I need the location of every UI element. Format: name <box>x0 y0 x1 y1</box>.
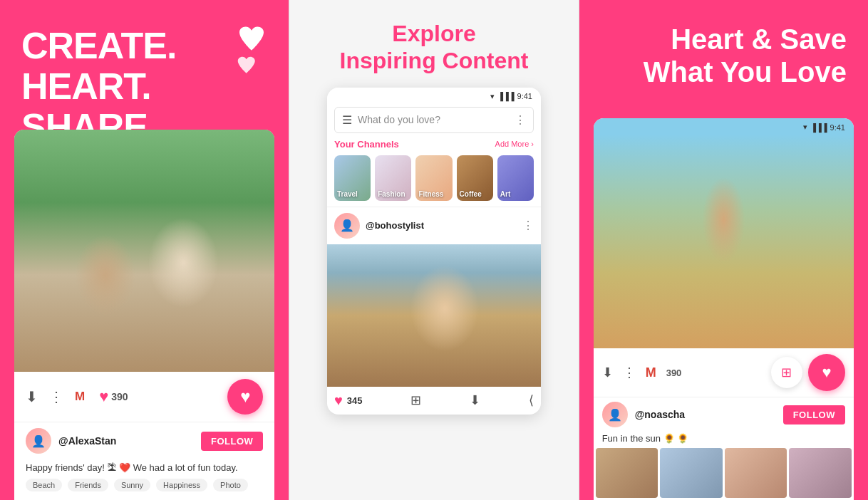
mid-headline-line1: Explore <box>304 20 564 47</box>
heart-count: ♥ 390 <box>99 387 128 406</box>
right-fab-area: ⊞ ♥ <box>771 354 845 391</box>
mid-headline: Explore Inspiring Content <box>289 0 578 88</box>
mid-post-photo <box>327 244 541 387</box>
channels-title: Your Channels <box>334 139 399 150</box>
right-status-time: 9:41 <box>830 123 845 132</box>
right-status-bar: ▾ ▐▐▐ 9:41 <box>594 118 854 135</box>
left-tags: Beach Friends Sunny Happiness Photo <box>14 479 274 500</box>
left-panel: CREATE. HEART. SHARE. ⬇ ⋮ M ♥ 390 ♥ 👤 <box>0 0 289 500</box>
left-post-photo <box>14 130 274 372</box>
right-user-row: 👤 @noascha FOLLOW <box>594 397 854 432</box>
right-panel: Heart & Save What You Love ▾ ▐▐▐ 9:41 ⬇ … <box>579 0 868 500</box>
mid-share-icon[interactable]: ⟨ <box>529 392 534 408</box>
add-more-link[interactable]: Add More › <box>495 140 534 148</box>
status-time: 9:41 <box>517 92 532 100</box>
channel-travel-label: Travel <box>337 190 358 198</box>
channel-coffee-label: Coffee <box>460 190 482 198</box>
heart-float-button[interactable]: ♥ <box>227 379 263 415</box>
channel-art-label: Art <box>500 190 510 198</box>
right-collage-icon: ⊞ <box>781 365 792 380</box>
left-username: @AlexaStan <box>58 435 194 447</box>
heart-decoration <box>210 14 274 88</box>
right-phone-card: ▾ ▐▐▐ 9:41 ⬇ ⋮ M 390 ⊞ ♥ <box>594 118 854 500</box>
right-grid-thumbs <box>594 448 854 500</box>
mail-icon[interactable]: M <box>75 390 85 404</box>
right-download-icon[interactable]: ⬇ <box>602 365 613 380</box>
tag-happiness[interactable]: Happiness <box>156 479 207 491</box>
right-heart-count: 390 <box>666 368 682 378</box>
right-signal-icon: ▐▐▐ <box>810 123 827 132</box>
wifi-icon: ▾ <box>490 92 495 101</box>
right-headline-line1: Heart & Save <box>601 23 847 56</box>
channels-row: Travel Fashion Fitness Coffee Art <box>334 155 534 201</box>
channel-fitness-label: Fitness <box>418 190 443 198</box>
left-avatar: 👤 <box>26 428 51 454</box>
right-mail-icon[interactable]: M <box>646 365 656 380</box>
mid-post-menu-icon[interactable]: ⋮ <box>522 219 534 232</box>
left-follow-button[interactable]: FOLLOW <box>201 432 263 451</box>
mid-post-avatar: 👤 <box>334 213 360 239</box>
signal-icon: ▐▐▐ <box>497 92 514 100</box>
channels-header: Your Channels Add More › <box>334 139 534 150</box>
right-action-bar: ⬇ ⋮ M 390 ⊞ ♥ <box>594 348 854 397</box>
right-heart-float-button[interactable]: ♥ <box>808 354 845 391</box>
channel-art[interactable]: Art <box>497 155 534 201</box>
mid-grid-icon[interactable]: ⊞ <box>410 392 421 408</box>
mid-status-bar: ▾ ▐▐▐ 9:41 <box>327 88 541 104</box>
right-wifi-icon: ▾ <box>803 123 807 132</box>
search-placeholder[interactable]: What do you love? <box>358 114 509 125</box>
heart-float-icon: ♥ <box>240 387 250 407</box>
mid-phone-frame: ▾ ▐▐▐ 9:41 ☰ What do you love? ⋮ Your Ch… <box>327 88 541 415</box>
download-icon[interactable]: ⬇ <box>26 388 38 405</box>
right-caption: Fun in the sun 🌻 🌻 <box>594 432 854 448</box>
right-heart-float-icon: ♥ <box>822 363 831 382</box>
hamburger-icon: ☰ <box>342 113 352 127</box>
right-headline-line2: What You Love <box>601 56 847 88</box>
tag-photo[interactable]: Photo <box>213 479 248 491</box>
left-caption: Happy friends' day! 🏝 ❤️ We had a lot of… <box>14 459 274 479</box>
share-icon[interactable]: ⋮ <box>49 388 63 405</box>
right-share-icon[interactable]: ⋮ <box>623 365 636 380</box>
tag-friends[interactable]: Friends <box>68 479 108 491</box>
left-phone-card: ⬇ ⋮ M ♥ 390 ♥ 👤 @AlexaStan FOLLOW Happy … <box>14 130 274 500</box>
mid-headline-line2: Inspiring Content <box>304 47 564 74</box>
mid-post-header: 👤 @bohostylist ⋮ <box>327 207 541 244</box>
grid-thumb-1[interactable] <box>596 448 658 498</box>
left-user-row: 👤 @AlexaStan FOLLOW <box>14 422 274 459</box>
grid-thumb-2[interactable] <box>660 448 723 498</box>
left-action-bar: ⬇ ⋮ M ♥ 390 ♥ <box>14 372 274 422</box>
right-headline: Heart & Save What You Love <box>579 0 868 88</box>
grid-thumb-3[interactable] <box>725 448 787 498</box>
heart-icon: ♥ <box>99 387 108 406</box>
mid-post-username: @bohostylist <box>366 220 517 231</box>
mid-like-btn[interactable]: ♥ 345 <box>334 392 363 409</box>
mid-post-actions: ♥ 345 ⊞ ⬇ ⟨ <box>327 387 541 415</box>
right-username: @noascha <box>635 409 776 420</box>
grid-thumb-4[interactable] <box>789 448 852 498</box>
mid-like-count: 345 <box>347 395 363 406</box>
right-post-photo <box>594 135 854 348</box>
channel-fashion[interactable]: Fashion <box>375 155 411 201</box>
channel-fashion-label: Fashion <box>378 190 405 198</box>
mid-search-bar[interactable]: ☰ What do you love? ⋮ <box>334 107 534 133</box>
channel-fitness[interactable]: Fitness <box>415 155 452 201</box>
right-collage-button[interactable]: ⊞ <box>771 357 802 388</box>
mid-download-icon[interactable]: ⬇ <box>470 392 480 408</box>
tag-beach[interactable]: Beach <box>26 479 62 491</box>
channel-travel[interactable]: Travel <box>334 155 371 201</box>
mid-heart-icon: ♥ <box>334 392 343 409</box>
channels-section: Your Channels Add More › Travel Fashion … <box>327 139 541 207</box>
right-avatar: 👤 <box>602 402 628 427</box>
mid-panel: Explore Inspiring Content ▾ ▐▐▐ 9:41 ☰ W… <box>289 0 579 500</box>
tag-sunny[interactable]: Sunny <box>114 479 150 491</box>
search-menu-icon: ⋮ <box>515 113 526 127</box>
channel-coffee[interactable]: Coffee <box>457 155 493 201</box>
right-follow-button[interactable]: FOLLOW <box>783 405 845 425</box>
